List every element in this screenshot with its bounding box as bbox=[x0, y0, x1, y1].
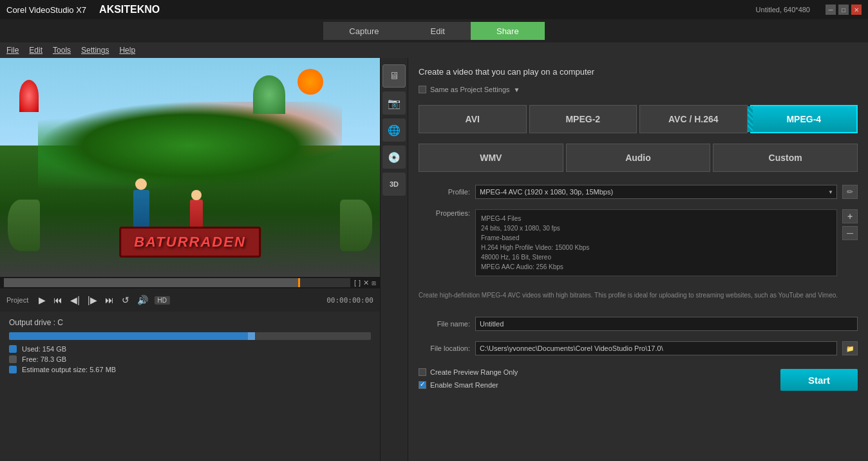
end-btn[interactable]: ⏭ bbox=[104, 294, 115, 306]
next-frame-btn[interactable]: |▶ bbox=[86, 294, 99, 306]
format-avc-btn[interactable]: AVC / H.264 bbox=[639, 105, 748, 133]
edit-profile-btn[interactable]: ✏ bbox=[842, 185, 858, 199]
player-controls: Project ▶ ⏮ ◀| |▶ ⏭ ↺ 🔊 HD 00:00:00:00 bbox=[0, 288, 380, 312]
sidebar-icon-monitor[interactable]: 🖥 bbox=[382, 64, 406, 88]
sidebar-icon-3d[interactable]: 3D bbox=[382, 173, 406, 196]
free-storage-item: Free: 78.3 GB bbox=[9, 355, 371, 363]
mark-out-btn[interactable]: ] bbox=[359, 279, 361, 287]
timeline-bar[interactable] bbox=[4, 278, 350, 287]
same-as-project-checkbox[interactable] bbox=[419, 86, 426, 93]
file-name-input[interactable] bbox=[475, 317, 858, 331]
preview-range-row: Create Preview Range Only bbox=[419, 368, 518, 376]
output-drive-label: Output drive : C bbox=[9, 318, 371, 327]
properties-box: MPEG-4 Files 24 bits, 1920 x 1080, 30 fp… bbox=[475, 209, 837, 276]
sidebar-icon-web[interactable]: 🌐 bbox=[382, 118, 406, 142]
same-as-project-label: Same as Project Settings bbox=[430, 86, 510, 93]
title-bar: Corel VideoStudio X7 AKSITEKNO Untitled,… bbox=[0, 0, 868, 19]
video-preview: BATURRADEN bbox=[0, 58, 380, 277]
format-audio-btn[interactable]: Audio bbox=[566, 144, 711, 172]
format-mpeg2-btn[interactable]: MPEG-2 bbox=[529, 105, 637, 133]
sidebar: 🖥 📷 🌐 💿 3D bbox=[380, 58, 408, 461]
prev-frame-btn[interactable]: ◀| bbox=[69, 294, 81, 306]
tab-capture[interactable]: Capture bbox=[323, 22, 404, 40]
file-name-label: File name: bbox=[419, 320, 470, 328]
sidebar-icon-disc[interactable]: 💿 bbox=[382, 146, 406, 169]
left-panel: BATURRADEN [ ] ✕ ⧆ bbox=[0, 58, 380, 461]
output-info: Output drive : C Used: 154 GB Free: 78.3… bbox=[0, 312, 380, 461]
format-avi-btn[interactable]: AVI bbox=[419, 105, 527, 133]
sidebar-icon-device[interactable]: 📷 bbox=[382, 91, 406, 115]
profile-label: Profile: bbox=[419, 188, 470, 196]
file-location-input[interactable] bbox=[475, 341, 837, 355]
properties-label: Properties: bbox=[419, 209, 470, 217]
menu-tools[interactable]: Tools bbox=[53, 46, 71, 55]
main-layout: BATURRADEN [ ] ✕ ⧆ bbox=[0, 58, 868, 461]
play-btn[interactable]: ▶ bbox=[37, 294, 47, 306]
profile-select-wrapper[interactable]: MPEG-4 AVC (1920 x 1080, 30p, 15Mbps) MP… bbox=[475, 185, 837, 199]
panel-title: Create a video that you can play on a co… bbox=[419, 67, 858, 77]
storage-bar bbox=[9, 332, 371, 340]
format-grid-row1: AVI MPEG-2 AVC / H.264 MPEG-4 bbox=[419, 105, 858, 133]
estimate-dot bbox=[9, 366, 17, 373]
trim-btn[interactable]: ✕ bbox=[363, 279, 369, 287]
menu-file[interactable]: File bbox=[6, 46, 19, 55]
menu-settings[interactable]: Settings bbox=[81, 46, 109, 55]
start-btn[interactable]: ⏮ bbox=[52, 294, 64, 306]
mark-in-btn[interactable]: [ bbox=[354, 279, 356, 287]
estimate-storage-item: Estimate output size: 5.67 MB bbox=[9, 366, 371, 373]
checkbox-group: Create Preview Range Only Enable Smart R… bbox=[419, 368, 518, 391]
used-label: Used: 154 GB bbox=[22, 345, 66, 353]
project-info: Untitled, 640*480 bbox=[756, 6, 810, 14]
file-location-row: File location: 📁 bbox=[419, 341, 858, 355]
profile-row: Profile: MPEG-4 AVC (1920 x 1080, 30p, 1… bbox=[419, 185, 858, 199]
smart-render-label: Enable Smart Render bbox=[430, 381, 498, 389]
format-wmv-btn[interactable]: WMV bbox=[419, 144, 563, 172]
description-text: Create high-definition MPEG-4 AVC videos… bbox=[419, 287, 858, 304]
format-custom-btn[interactable]: Custom bbox=[713, 144, 858, 172]
smart-render-checkbox[interactable] bbox=[419, 381, 426, 389]
hd-badge: HD bbox=[155, 296, 170, 305]
menu-help[interactable]: Help bbox=[119, 46, 135, 55]
used-dot bbox=[9, 345, 17, 353]
minimize-button[interactable]: ─ bbox=[826, 5, 836, 15]
volume-btn[interactable]: 🔊 bbox=[136, 294, 149, 306]
free-dot bbox=[9, 355, 17, 363]
format-mpeg4-btn[interactable]: MPEG-4 bbox=[750, 105, 858, 133]
browse-btn[interactable]: 📁 bbox=[842, 341, 858, 355]
clip-btn[interactable]: ⧆ bbox=[372, 279, 376, 287]
file-name-row: File name: bbox=[419, 317, 858, 331]
format-grid-row2: WMV Audio Custom bbox=[419, 144, 858, 172]
preview-range-checkbox[interactable] bbox=[419, 368, 426, 376]
smart-render-row: Enable Smart Render bbox=[419, 381, 518, 389]
restore-button[interactable]: □ bbox=[838, 5, 849, 15]
preview-range-label: Create Preview Range Only bbox=[430, 368, 518, 376]
profile-select[interactable]: MPEG-4 AVC (1920 x 1080, 30p, 15Mbps) MP… bbox=[475, 185, 837, 199]
remove-profile-btn[interactable]: — bbox=[842, 226, 858, 240]
same-as-project-row: Same as Project Settings ▼ bbox=[419, 86, 858, 93]
menu-edit[interactable]: Edit bbox=[29, 46, 42, 55]
properties-row: Properties: MPEG-4 Files 24 bits, 1920 x… bbox=[419, 209, 858, 276]
project-label: Project bbox=[6, 296, 28, 304]
estimate-label: Estimate output size: 5.67 MB bbox=[22, 366, 116, 373]
used-storage-item: Used: 154 GB bbox=[9, 345, 371, 353]
add-profile-btn[interactable]: + bbox=[842, 209, 858, 223]
tab-edit[interactable]: Edit bbox=[405, 22, 471, 40]
menu-bar: File Edit Tools Settings Help bbox=[0, 42, 868, 58]
loop-btn[interactable]: ↺ bbox=[120, 294, 131, 306]
tab-share[interactable]: Share bbox=[471, 22, 545, 40]
photo-sign-text: BATURRADEN bbox=[134, 234, 246, 250]
time-display: 00:00:00:00 bbox=[326, 296, 373, 305]
props-actions: + — bbox=[842, 209, 858, 240]
app-title: Corel VideoStudio X7 bbox=[6, 5, 86, 15]
close-button[interactable]: ✕ bbox=[851, 5, 862, 15]
file-location-label: File location: bbox=[419, 344, 470, 352]
dropdown-arrow-icon: ▼ bbox=[514, 86, 520, 93]
nav-tabs: Capture Edit Share bbox=[0, 19, 868, 42]
right-panel: Create a video that you can play on a co… bbox=[408, 58, 868, 461]
start-button[interactable]: Start bbox=[780, 369, 858, 391]
free-label: Free: 78.3 GB bbox=[22, 355, 66, 363]
app-brand: AKSITEKNO bbox=[99, 4, 160, 15]
bottom-bar: Create Preview Range Only Enable Smart R… bbox=[419, 368, 858, 391]
